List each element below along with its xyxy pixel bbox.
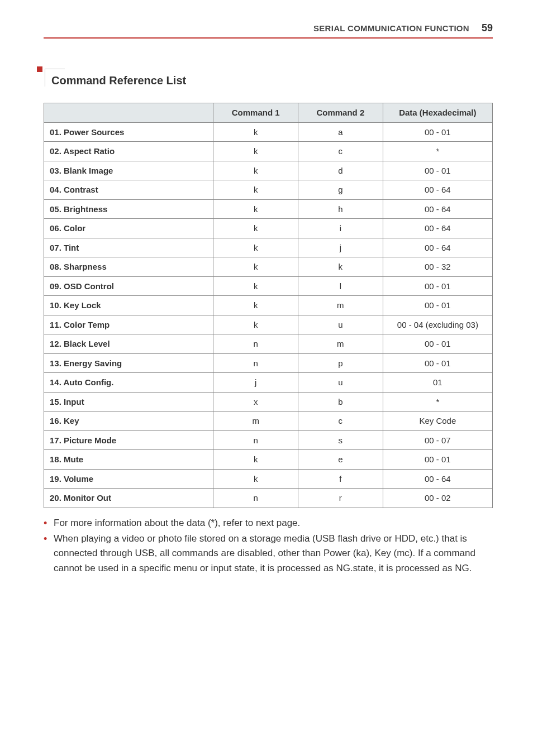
command2-value: m: [298, 334, 383, 354]
data-range-value: 00 - 07: [383, 430, 492, 450]
command2-value: u: [298, 315, 383, 334]
command2-value: g: [298, 180, 383, 200]
command1-value: j: [213, 373, 298, 393]
command-label: 03. Blank Image: [44, 161, 213, 180]
command-label: 14. Auto Config.: [44, 373, 213, 393]
table-row: 14. Auto Config.ju01: [44, 373, 493, 393]
data-range-value: *: [383, 142, 492, 161]
table-row: 18. Muteke00 - 01: [44, 450, 493, 470]
table-row: 19. Volumekf00 - 64: [44, 469, 493, 489]
command-label: 15. Input: [44, 392, 213, 412]
command1-value: k: [213, 142, 298, 161]
command2-value: e: [298, 450, 383, 470]
command2-value: i: [298, 219, 383, 238]
command2-value: f: [298, 469, 383, 489]
command1-value: k: [213, 199, 298, 219]
data-range-value: 00 - 64: [383, 238, 492, 257]
table-row: 06. Colorki00 - 64: [44, 219, 493, 238]
data-range-value: 00 - 64: [383, 219, 492, 238]
table-row: 01. Power Sourceska00 - 01: [44, 122, 493, 142]
section-title: SERIAL COMMUNICATION FUNCTION: [313, 23, 469, 33]
command-label: 20. Monitor Out: [44, 489, 213, 508]
table-row: 08. Sharpnesskk00 - 32: [44, 257, 493, 277]
command1-value: k: [213, 315, 298, 334]
command2-value: s: [298, 430, 383, 450]
table-row: 13. Energy Savingnp00 - 01: [44, 353, 493, 373]
command-label: 18. Mute: [44, 450, 213, 470]
data-range-value: 00 - 64: [383, 469, 492, 489]
data-range-value: 00 - 01: [383, 353, 492, 373]
command1-value: k: [213, 469, 298, 489]
table-row: 17. Picture Modens00 - 07: [44, 430, 493, 450]
command-reference-table: Command 1 Command 2 Data (Hexadecimal) 0…: [44, 103, 493, 508]
command1-value: n: [213, 430, 298, 450]
command1-value: n: [213, 489, 298, 508]
notes-list: For more information about the data (*),…: [44, 516, 493, 576]
command-label: 07. Tint: [44, 238, 213, 257]
table-row: 04. Contrastkg00 - 64: [44, 180, 493, 200]
command2-value: m: [298, 296, 383, 315]
command1-value: m: [213, 412, 298, 431]
command-label: 16. Key: [44, 412, 213, 431]
command2-value: b: [298, 392, 383, 412]
table-row: 02. Aspect Ratiokc*: [44, 142, 493, 161]
command-label: 19. Volume: [44, 469, 213, 489]
table-row: 09. OSD Controlkl00 - 01: [44, 276, 493, 296]
command-label: 17. Picture Mode: [44, 430, 213, 450]
command1-value: n: [213, 334, 298, 354]
command2-value: h: [298, 199, 383, 219]
command2-value: c: [298, 142, 383, 161]
command2-value: r: [298, 489, 383, 508]
note-item: For more information about the data (*),…: [44, 516, 493, 530]
data-range-value: 00 - 64: [383, 180, 492, 200]
data-range-value: Key Code: [383, 412, 492, 431]
command1-value: k: [213, 219, 298, 238]
table-row: 12. Black Levelnm00 - 01: [44, 334, 493, 354]
command-label: 04. Contrast: [44, 180, 213, 200]
command1-value: k: [213, 238, 298, 257]
data-range-value: 00 - 01: [383, 161, 492, 180]
command1-value: k: [213, 257, 298, 277]
command2-value: p: [298, 353, 383, 373]
command1-value: k: [213, 161, 298, 180]
heading-square-icon: [37, 66, 42, 72]
command-label: 11. Color Temp: [44, 315, 213, 334]
command1-value: k: [213, 276, 298, 296]
page-header: SERIAL COMMUNICATION FUNCTION 59: [44, 22, 493, 39]
data-range-value: 00 - 01: [383, 122, 492, 142]
data-range-value: 00 - 01: [383, 296, 492, 315]
data-range-value: 00 - 01: [383, 276, 492, 296]
command-label: 02. Aspect Ratio: [44, 142, 213, 161]
data-range-value: 00 - 01: [383, 450, 492, 470]
command1-value: k: [213, 180, 298, 200]
data-range-value: 00 - 04 (excluding 03): [383, 315, 492, 334]
heading-text: Command Reference List: [44, 71, 493, 87]
table-row: 15. Inputxb*: [44, 392, 493, 412]
table-row: 07. Tintkj00 - 64: [44, 238, 493, 257]
table-header-data: Data (Hexadecimal): [383, 103, 492, 123]
command-label: 01. Power Sources: [44, 122, 213, 142]
section-heading: Command Reference List: [44, 71, 493, 87]
command1-value: k: [213, 450, 298, 470]
table-header-empty: [44, 103, 213, 123]
command-label: 13. Energy Saving: [44, 353, 213, 373]
command2-value: c: [298, 412, 383, 431]
data-range-value: 00 - 32: [383, 257, 492, 277]
table-header-command2: Command 2: [298, 103, 383, 123]
command-label: 05. Brightness: [44, 199, 213, 219]
command1-value: x: [213, 392, 298, 412]
data-range-value: 00 - 01: [383, 334, 492, 354]
command1-value: k: [213, 296, 298, 315]
command2-value: k: [298, 257, 383, 277]
command2-value: j: [298, 238, 383, 257]
table-header-command1: Command 1: [213, 103, 298, 123]
command2-value: l: [298, 276, 383, 296]
table-row: 11. Color Tempku00 - 04 (excluding 03): [44, 315, 493, 334]
command-label: 12. Black Level: [44, 334, 213, 354]
command-label: 10. Key Lock: [44, 296, 213, 315]
table-row: 16. KeymcKey Code: [44, 412, 493, 431]
data-range-value: 00 - 64: [383, 199, 492, 219]
note-item: When playing a video or photo file store…: [44, 532, 493, 576]
command2-value: a: [298, 122, 383, 142]
table-row: 03. Blank Imagekd00 - 01: [44, 161, 493, 180]
